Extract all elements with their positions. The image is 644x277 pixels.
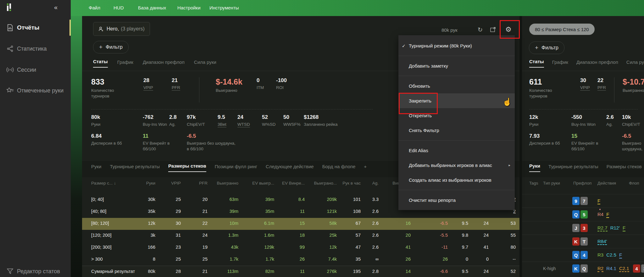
hole-cards: Q5	[572, 210, 588, 219]
sidebar-item-stat-editor[interactable]: Редактор статов	[0, 266, 71, 277]
hand-row[interactable]: KTR84'	[522, 235, 644, 248]
hands-col-header-5[interactable]: Флоп	[629, 181, 639, 186]
tab-right-4[interactable]: Сила руки	[626, 59, 644, 68]
row-cell: 29	[176, 209, 181, 214]
table-row[interactable]: > 300825251.7k1.7k267.4k35∞262600--	[82, 254, 519, 266]
menu-item-добавить-выбранных-игроков-в-алиас[interactable]: Добавить выбранных игроков в алиас▸	[398, 158, 515, 173]
tab-2[interactable]: График	[117, 59, 133, 68]
hands-col-header-4[interactable]: Действия	[597, 181, 616, 186]
row-cell: 25	[176, 257, 181, 262]
flop-cards: 43	[633, 264, 644, 273]
table-col-header-9[interactable]: Ag.	[372, 181, 379, 186]
sidebar-item-2[interactable]: Статистика	[0, 42, 71, 56]
stat-label: Buy-Ins Won	[571, 122, 596, 127]
right-stat3-2: 15EV Винрейт в бб/100	[571, 133, 604, 152]
report-tab-4[interactable]: Позиции фулл ринг	[215, 164, 257, 172]
row-cell: 276k	[327, 269, 337, 274]
statistics-icon	[6, 46, 14, 52]
top-menu-2[interactable]: HUD	[114, 5, 124, 10]
menu-item-создать-алиас-из-выбранных-игроков[interactable]: Создать алиас из выбранных игроков	[398, 173, 515, 187]
row-cell: 11	[300, 209, 305, 214]
refresh-icon[interactable]: ↻	[478, 26, 483, 33]
sidebar-item-1[interactable]: Отчёты	[0, 21, 71, 35]
stat-value: 30	[580, 77, 590, 84]
top-menu-5[interactable]: Инструменты	[209, 5, 239, 10]
row-cell: 30	[176, 221, 181, 226]
report-tab-right-3[interactable]: Размеры стеков	[607, 164, 642, 172]
tab-right-3[interactable]: Диапазон префлоп	[576, 59, 618, 68]
add-filter-button[interactable]: + Фильтр	[93, 41, 129, 53]
table-col-header-3[interactable]: PFR	[199, 181, 208, 186]
card-Qs: Q	[580, 264, 588, 273]
row-cell: 12k	[330, 245, 337, 250]
stack-filter-chip[interactable]: 80 ≤ Размер Стека ≤ 120	[529, 24, 595, 35]
table-row[interactable]: [80; 120]12k302210m6.1m1558k672.616-6.59…	[82, 218, 519, 230]
tab-3[interactable]: Диапазон префлоп	[143, 59, 185, 68]
stat-value: 12k	[529, 114, 538, 120]
hand-row[interactable]: J3R2.7R12'F	[522, 221, 644, 235]
sidebar: « ОтчётыСтатистикаСессииОтмеченные руки …	[0, 0, 71, 277]
tab-right-1[interactable]: Статы	[529, 59, 544, 68]
report-tab-right-2[interactable]: Турнирные результаты	[548, 164, 598, 172]
report-tab-3[interactable]: Размеры стеков	[168, 163, 206, 172]
hands-col-header-3[interactable]: Префлоп	[573, 181, 591, 186]
menu-item-очистит-кеш-репорта[interactable]: Очистит кеш репорта	[398, 193, 515, 208]
report-tab-6[interactable]: Борд на флопе	[322, 164, 356, 172]
stats-separator	[529, 109, 638, 109]
stat-label: ROI	[276, 85, 287, 91]
row-cell: 2.6	[372, 209, 379, 214]
table-col-header-8[interactable]: Рук в час	[342, 181, 361, 186]
menu-item-турнирный-режим-80k-руки-[interactable]: ✓Турнирный режим (80k Руки)	[398, 38, 515, 53]
row-cell: 41	[406, 245, 411, 250]
menu-item-снять-фильтр[interactable]: Снять Фильтр	[398, 123, 515, 138]
hand-row[interactable]: 97F	[522, 194, 644, 208]
menu-item-label: Создать алиас из выбранных игроков	[409, 177, 491, 183]
hands-col-header-2[interactable]: Тип руки	[543, 181, 560, 186]
menu-item-обновить[interactable]: Обновить	[398, 79, 515, 93]
add-filter-button-right[interactable]: + Фильтр	[529, 42, 564, 54]
menu-item-добавить-заметку[interactable]: Добавить заметку	[398, 58, 515, 73]
stat-value: 2.6	[606, 114, 614, 120]
top-menu-4[interactable]: Настройки	[177, 5, 201, 10]
open-in-window-icon[interactable]	[490, 27, 496, 32]
report-tab-1[interactable]: Руки	[91, 164, 101, 172]
table-sort-header[interactable]: Размер с... ↓	[91, 181, 116, 186]
tab-1[interactable]: Статы	[93, 59, 108, 68]
table-col-header-1[interactable]: Руки	[146, 181, 155, 186]
top-menu-1[interactable]: Файл	[89, 5, 100, 10]
table-col-header-7[interactable]: Выиграно...	[314, 181, 337, 186]
plus-icon: +	[535, 44, 538, 51]
sidebar-item-3[interactable]: Сессии	[0, 63, 71, 77]
table-col-header-2[interactable]: VPIP	[171, 181, 181, 186]
hand-row[interactable]: K-highKQR2R4.1C2.143	[522, 262, 644, 275]
table-col-header-4[interactable]: Выигранно	[217, 181, 238, 186]
tab-4[interactable]: Сила руки	[194, 59, 216, 68]
menu-item-edit-alias[interactable]: Edit Alias	[398, 143, 515, 158]
stat-label: Руки	[529, 122, 538, 127]
table-col-header-5[interactable]: EV выигр...	[252, 181, 274, 186]
report-tab-2[interactable]: Турнирные результаты	[110, 164, 160, 172]
tab-right-2[interactable]: График	[552, 59, 568, 68]
row-cell: 18	[300, 233, 305, 238]
sidebar-collapse-button[interactable]: «	[54, 4, 58, 11]
hands-col-header-1[interactable]: Tags	[529, 181, 538, 186]
row-cell: 20	[406, 233, 411, 238]
sidebar-item-4[interactable]: Отмеченные руки	[0, 84, 71, 97]
player-selector-chip[interactable]: # Hero, (3 players)	[93, 22, 150, 36]
stat-label: WWSF%	[283, 122, 301, 127]
table-row[interactable]: Сумарный результат80k2821113m82m11276k19…	[82, 266, 519, 277]
table-row[interactable]: [120; 200]3k31241.3m1.6m1825k572.620-5.5…	[82, 230, 519, 242]
report-tab-right-1[interactable]: Руки	[529, 163, 540, 172]
hand-row[interactable]: Q4R3C2.5F	[522, 248, 644, 262]
report-tab-5[interactable]: Следующее действие	[266, 164, 314, 172]
report-tab-7[interactable]: +	[364, 164, 367, 172]
hand-row[interactable]: Q5R4F	[522, 208, 644, 221]
row-cell: 166	[148, 245, 155, 250]
table-col-header-6[interactable]: EV Винре...	[282, 181, 305, 186]
stat-label: ChipEV/T	[622, 122, 640, 127]
table-row[interactable]: [200; 300]166231943k129k9912k472.641-119…	[82, 242, 519, 254]
row-cell: 47	[356, 245, 361, 250]
stat-value: 22	[597, 77, 606, 84]
stat-label: Руки	[91, 122, 100, 127]
top-menu-3[interactable]: База данных	[138, 5, 166, 10]
